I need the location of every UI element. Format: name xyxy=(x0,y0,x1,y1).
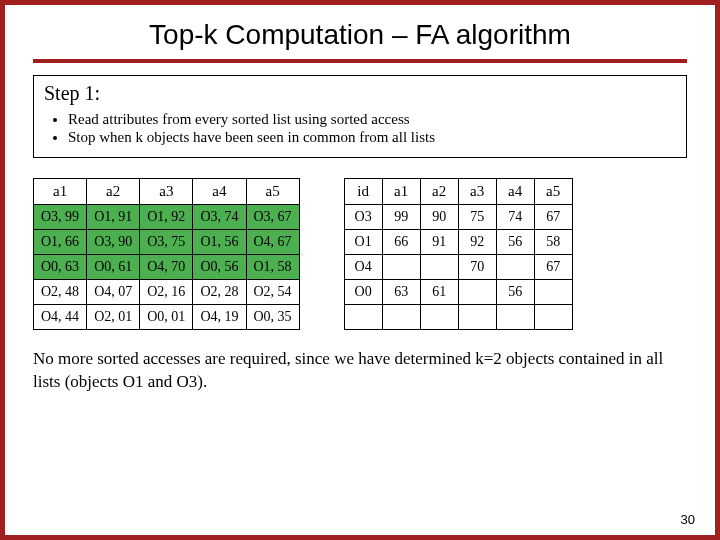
table-cell: 66 xyxy=(382,230,420,255)
table-row: O16691925658 xyxy=(344,230,572,255)
table-cell xyxy=(534,305,572,330)
table-cell: O1, 91 xyxy=(87,205,140,230)
table-cell: O4, 44 xyxy=(34,305,87,330)
table-row: O4 70 67 xyxy=(344,255,572,280)
table-cell: O2, 28 xyxy=(193,280,246,305)
table-cell xyxy=(382,255,420,280)
table-row: O2, 48O4, 07O2, 16O2, 28O2, 54 xyxy=(34,280,300,305)
table-cell: O2, 16 xyxy=(140,280,193,305)
bullet-item: Stop when k objects have been seen in co… xyxy=(68,129,676,146)
col-header: a2 xyxy=(87,179,140,205)
table-cell: O2, 54 xyxy=(246,280,299,305)
table-cell: 70 xyxy=(458,255,496,280)
table-cell: O4, 19 xyxy=(193,305,246,330)
table-cell: 56 xyxy=(496,280,534,305)
table-cell: 67 xyxy=(534,205,572,230)
table-cell: O4, 07 xyxy=(87,280,140,305)
table-cell: O3, 75 xyxy=(140,230,193,255)
table-cell: 92 xyxy=(458,230,496,255)
conclusion-text: No more sorted accesses are required, si… xyxy=(33,348,687,394)
step-heading: Step 1: xyxy=(44,82,676,105)
col-header: a3 xyxy=(140,179,193,205)
table-cell: O3, 74 xyxy=(193,205,246,230)
table-cell: O1, 92 xyxy=(140,205,193,230)
table-cell xyxy=(496,305,534,330)
table-cell: 90 xyxy=(420,205,458,230)
table-cell: O1, 66 xyxy=(34,230,87,255)
table-cell: 67 xyxy=(534,255,572,280)
table-cell xyxy=(534,280,572,305)
table-row: O4, 44O2, 01O0, 01O4, 19O0, 35 xyxy=(34,305,300,330)
table-cell xyxy=(496,255,534,280)
col-header: a1 xyxy=(382,179,420,205)
col-header: a4 xyxy=(496,179,534,205)
objects-table: ida1a2a3a4a5 O39990757467O16691925658O4 … xyxy=(344,178,573,330)
table-row xyxy=(344,305,572,330)
col-header: a2 xyxy=(420,179,458,205)
col-header: a3 xyxy=(458,179,496,205)
table-row: O3, 99O1, 91O1, 92O3, 74O3, 67 xyxy=(34,205,300,230)
table-cell: O3, 90 xyxy=(87,230,140,255)
table-cell: O0, 61 xyxy=(87,255,140,280)
sorted-lists-table: a1a2a3a4a5 O3, 99O1, 91O1, 92O3, 74O3, 6… xyxy=(33,178,300,330)
table-cell: O0 xyxy=(344,280,382,305)
table-cell xyxy=(344,305,382,330)
table-cell: 63 xyxy=(382,280,420,305)
table-row: O39990757467 xyxy=(344,205,572,230)
table-cell: O4, 70 xyxy=(140,255,193,280)
title-rule xyxy=(33,59,687,63)
table-cell: O0, 63 xyxy=(34,255,87,280)
table-row: O1, 66O3, 90O3, 75O1, 56O4, 67 xyxy=(34,230,300,255)
table-cell: O3 xyxy=(344,205,382,230)
tables-row: a1a2a3a4a5 O3, 99O1, 91O1, 92O3, 74O3, 6… xyxy=(33,178,687,330)
step-box: Step 1: Read attributes from every sorte… xyxy=(33,75,687,158)
table-cell: O0, 01 xyxy=(140,305,193,330)
col-header: a4 xyxy=(193,179,246,205)
table-cell: O1, 56 xyxy=(193,230,246,255)
table-cell: O1 xyxy=(344,230,382,255)
table-cell: O3, 99 xyxy=(34,205,87,230)
step-bullets: Read attributes from every sorted list u… xyxy=(44,111,676,146)
table-cell: 91 xyxy=(420,230,458,255)
bullet-item: Read attributes from every sorted list u… xyxy=(68,111,676,128)
table-cell: O0, 35 xyxy=(246,305,299,330)
table-cell xyxy=(420,255,458,280)
table-cell: O2, 48 xyxy=(34,280,87,305)
table-cell: O0, 56 xyxy=(193,255,246,280)
slide-title: Top-k Computation – FA algorithm xyxy=(33,19,687,51)
table-cell xyxy=(458,305,496,330)
table-cell: 58 xyxy=(534,230,572,255)
col-header: a1 xyxy=(34,179,87,205)
table-cell: O4 xyxy=(344,255,382,280)
table-row: O06361 56 xyxy=(344,280,572,305)
col-header: a5 xyxy=(534,179,572,205)
table-cell: 99 xyxy=(382,205,420,230)
col-header: a5 xyxy=(246,179,299,205)
table-cell xyxy=(458,280,496,305)
col-header: id xyxy=(344,179,382,205)
table-cell: O3, 67 xyxy=(246,205,299,230)
table-cell: 56 xyxy=(496,230,534,255)
table-cell: O1, 58 xyxy=(246,255,299,280)
table-cell: 75 xyxy=(458,205,496,230)
table-row: O0, 63O0, 61O4, 70O0, 56O1, 58 xyxy=(34,255,300,280)
page-number: 30 xyxy=(681,512,695,527)
table-cell: 61 xyxy=(420,280,458,305)
table-cell: 74 xyxy=(496,205,534,230)
table-cell xyxy=(420,305,458,330)
table-cell xyxy=(382,305,420,330)
table-cell: O4, 67 xyxy=(246,230,299,255)
table-cell: O2, 01 xyxy=(87,305,140,330)
